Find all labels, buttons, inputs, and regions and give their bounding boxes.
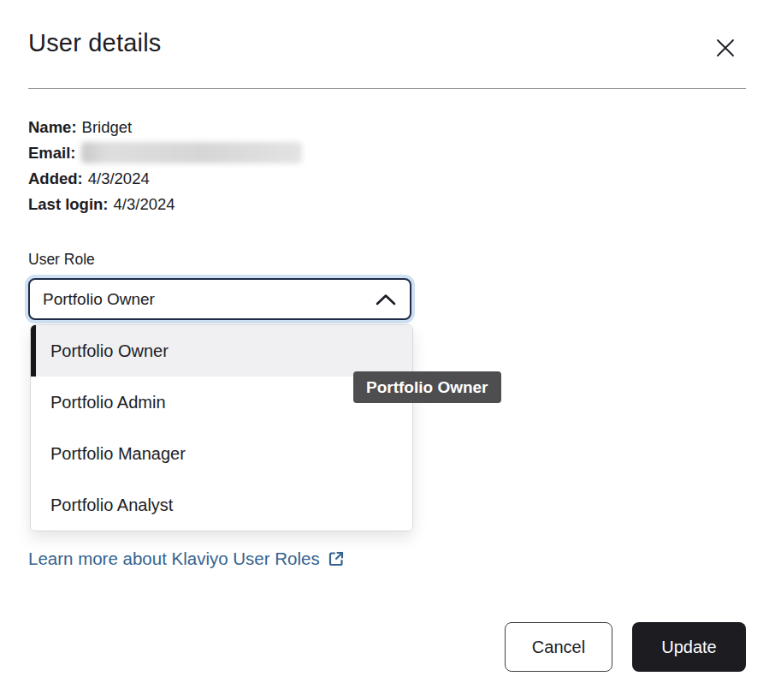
portfolio-owner-tooltip: Portfolio Owner	[353, 371, 501, 403]
detail-row-last-login: Last login:4/3/2024	[28, 192, 302, 217]
option-label: Portfolio Analyst	[50, 495, 173, 515]
name-value: Bridget	[82, 118, 133, 136]
detail-row-name: Name:Bridget	[28, 115, 302, 140]
option-label: Portfolio Owner	[50, 341, 169, 361]
header-divider	[28, 88, 746, 89]
user-role-label: User Role	[28, 251, 95, 269]
cancel-button[interactable]: Cancel	[505, 622, 612, 672]
user-role-select[interactable]: Portfolio Owner	[28, 278, 411, 320]
option-label: Portfolio Admin	[50, 393, 166, 412]
selected-option-indicator	[31, 325, 36, 377]
option-portfolio-owner[interactable]: Portfolio Owner	[31, 325, 412, 377]
last-login-label: Last login:	[28, 195, 109, 213]
detail-row-added: Added:4/3/2024	[28, 166, 302, 192]
detail-row-email: Email:	[28, 140, 302, 166]
close-icon	[716, 39, 735, 57]
external-link-icon	[328, 550, 345, 567]
email-label: Email:	[28, 144, 76, 162]
name-label: Name:	[28, 118, 77, 136]
user-details-modal: User details Name:Bridget Email: Added:4…	[0, 0, 775, 700]
update-button[interactable]: Update	[632, 622, 746, 672]
last-login-value: 4/3/2024	[114, 195, 175, 213]
option-label: Portfolio Manager	[50, 444, 186, 464]
close-button[interactable]	[710, 33, 741, 63]
user-role-selected-value: Portfolio Owner	[43, 290, 155, 309]
added-value: 4/3/2024	[88, 169, 150, 187]
option-portfolio-manager[interactable]: Portfolio Manager	[31, 428, 412, 479]
option-portfolio-analyst[interactable]: Portfolio Analyst	[31, 479, 412, 531]
learn-more-link-text: Learn more about Klaviyo User Roles	[28, 549, 320, 569]
page-title: User details	[28, 29, 162, 57]
email-redacted-value	[81, 142, 302, 163]
added-label: Added:	[28, 169, 83, 187]
learn-more-link[interactable]: Learn more about Klaviyo User Roles	[28, 549, 345, 569]
chevron-up-icon	[375, 293, 397, 306]
user-role-listbox: Portfolio Owner Portfolio Admin Portfoli…	[30, 324, 413, 531]
user-details-section: Name:Bridget Email: Added:4/3/2024 Last …	[28, 115, 302, 217]
